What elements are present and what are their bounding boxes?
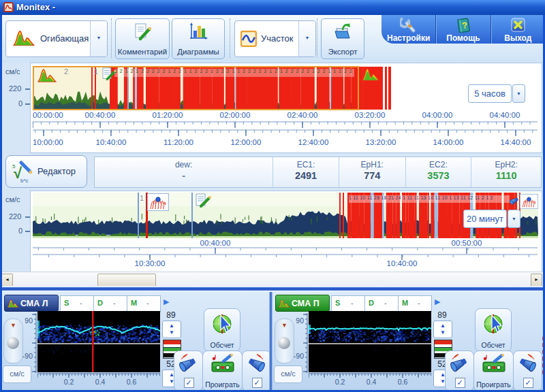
slider-knob[interactable]: [278, 337, 290, 349]
bar-chart-icon: [189, 22, 208, 42]
upper-threshold-stepper[interactable]: ▲▼: [162, 321, 181, 338]
event-marker-1[interactable]: 1: [140, 194, 144, 202]
slider-arrow-icon: ▼: [4, 322, 22, 329]
speaker-icon: [517, 354, 538, 374]
envelope-mode-dropdown[interactable]: ▼: [90, 21, 107, 56]
speaker-marker-icon[interactable]: [509, 193, 520, 209]
help-button[interactable]: Помощь: [435, 15, 490, 44]
scrollbar-thumb[interactable]: [97, 274, 156, 287]
export-button[interactable]: Экспорт: [321, 18, 364, 59]
diastolic-cell: D -: [364, 295, 399, 312]
settings-label: Настройки: [387, 33, 430, 43]
field-eph1-value: 774: [339, 170, 405, 181]
tick-mark: [25, 231, 30, 232]
axis-label: 02:00:00: [213, 111, 258, 119]
slider-knob[interactable]: [7, 337, 19, 349]
embolus-hands-icon[interactable]: [520, 193, 538, 210]
exit-label: Выход: [504, 33, 531, 43]
chart1-absolute-time-axis: 10:00:0010:40:0011:20:0012:00:0012:40:00…: [33, 138, 538, 148]
horizontal-scrollbar[interactable]: ◄ ►: [0, 272, 543, 287]
panel-title-button-sma-p[interactable]: СМА П: [275, 295, 330, 312]
settings-button[interactable]: Настройки: [382, 15, 435, 44]
chart1-ytick-220: 220: [9, 84, 21, 93]
play-button[interactable]: Проиграть: [473, 350, 514, 391]
embolus-hands-icon[interactable]: [147, 193, 169, 211]
envelope-mode-button[interactable]: Огибающая ▼: [5, 20, 108, 57]
y-min-label: -90: [289, 352, 304, 360]
mean-cell: M -: [398, 295, 432, 312]
play-button[interactable]: Проиграть: [202, 350, 243, 391]
cassette-icon: [482, 354, 506, 373]
axis-label: 14:00:00: [426, 138, 471, 146]
comment-label: Комментарий: [116, 48, 169, 56]
m-label: M: [131, 299, 137, 307]
section-mode-dropdown[interactable]: ▼: [298, 21, 315, 56]
help-book-icon: [454, 16, 472, 34]
speaker-left-checkbox[interactable]: ✓: [184, 378, 194, 388]
panel-title-button-sma-l[interactable]: СМА Л: [4, 295, 59, 312]
x-tick: 0.6: [121, 378, 142, 386]
event-marker-1[interactable]: 1: [94, 67, 98, 76]
calculate-icon: [211, 312, 234, 336]
calculate-label: Обсчет: [476, 341, 511, 349]
doppler-panel-left: СМА Л S - D - M - ▶ ▼ 90 -90 0.2 0.4 0.6…: [0, 292, 270, 392]
title-bar[interactable]: Monitex -: [0, 0, 545, 15]
event-marker-2[interactable]: 2: [64, 67, 68, 76]
editor-button[interactable]: Редактор: [5, 155, 87, 188]
speaker-right-button[interactable]: ✓: [513, 350, 542, 391]
field-ec2-value: 3573: [406, 170, 471, 181]
chart2-range-dropdown[interactable]: ▼: [508, 210, 520, 228]
upper-threshold-value: 89: [161, 310, 181, 320]
chart2-range-selector[interactable]: 20 минут ▼: [463, 210, 520, 228]
spectrogram-y-axis: [302, 312, 308, 374]
editor-label: Редактор: [37, 166, 76, 176]
play-label: Проиграть: [474, 380, 513, 389]
comment-button[interactable]: Комментарий: [115, 18, 170, 59]
diagrams-label: Диаграммы: [172, 48, 224, 56]
unit-box: см/с: [274, 365, 302, 383]
field-eph2-label: EpH2:: [471, 160, 541, 169]
speaker-left-checkbox[interactable]: ✓: [455, 378, 465, 388]
calculate-button[interactable]: Обсчет: [204, 308, 240, 352]
x-tick: 0.2: [59, 378, 79, 386]
chevron-down-icon: ▼: [512, 216, 516, 221]
spectrogram-y-axis: [31, 312, 37, 374]
scroll-left-button[interactable]: ◄: [1, 274, 13, 287]
mean-cell: M -: [127, 295, 161, 312]
chart2-axis-ticks: [33, 247, 538, 261]
field-ec1: EC1: 2491: [273, 157, 339, 187]
scroll-right-button[interactable]: ►: [531, 274, 542, 287]
spectrogram-right[interactable]: [309, 311, 431, 372]
speaker-left-button[interactable]: ✓: [174, 350, 203, 391]
monitex-window: Monitex - Огибающая ▼ Комментарий Диагра…: [0, 0, 545, 392]
axis-label: 13:20:00: [358, 138, 403, 146]
systolic-cell: S -: [60, 295, 94, 312]
d-value: -: [113, 299, 116, 307]
axis-label: 12:00:00: [223, 138, 268, 146]
speaker-right-checkbox[interactable]: ✓: [252, 378, 262, 388]
tick-mark: [25, 103, 30, 105]
expand-arrow-icon[interactable]: ▶: [435, 297, 440, 306]
speaker-icon: [449, 354, 469, 374]
chart1-range-selector[interactable]: 5 часов ▼: [468, 84, 525, 103]
calculate-button[interactable]: Обсчет: [475, 308, 512, 352]
system-button-area: Настройки Помощь Выход: [382, 15, 545, 44]
speaker-right-checkbox[interactable]: ✓: [523, 378, 533, 388]
exit-button[interactable]: Выход: [490, 15, 545, 44]
upper-threshold-stepper[interactable]: ▲▼: [433, 321, 452, 338]
s-value: -: [351, 299, 354, 307]
expand-arrow-icon[interactable]: ▶: [164, 297, 169, 306]
chart1-range-dropdown[interactable]: ▼: [512, 84, 525, 103]
axis-label: 04:00:00: [415, 111, 460, 119]
event-numbers-strip: 1 11 10 11 28 18 21 24 1 11 11 13 10 11 …: [349, 195, 510, 203]
spectrogram-left[interactable]: [37, 311, 160, 372]
comment-marker-icon[interactable]: [196, 193, 212, 208]
chart1-unit: см/с: [5, 67, 20, 76]
exit-icon: [509, 16, 527, 34]
formula-pencil-icon: [12, 160, 33, 183]
speaker-right-button[interactable]: ✓: [242, 350, 271, 391]
s-value: -: [80, 299, 82, 307]
section-mode-button[interactable]: Участок ▼: [234, 20, 316, 57]
diagrams-button[interactable]: Диаграммы: [172, 18, 225, 59]
speaker-left-button[interactable]: ✓: [445, 350, 474, 391]
